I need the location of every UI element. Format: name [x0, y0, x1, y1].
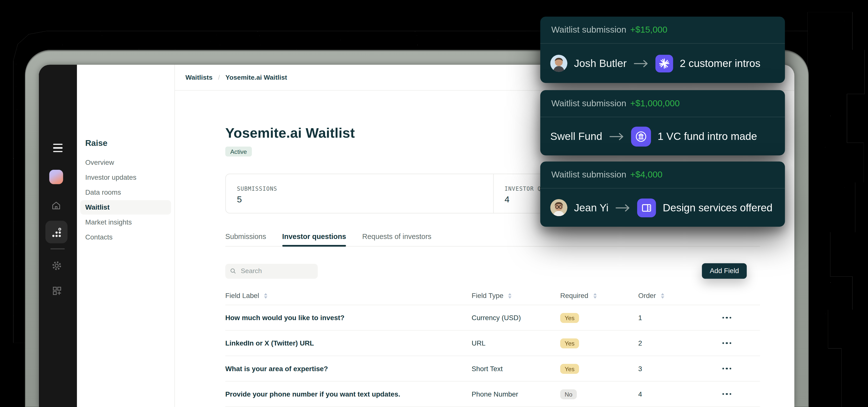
actor-name: Josh Butler	[574, 57, 627, 69]
breadcrumb-separator: /	[218, 73, 220, 81]
column-required: Required	[560, 292, 638, 300]
toast-body: Jean Yi Design services offered	[540, 189, 785, 227]
stat-label: SUBMISSIONS	[237, 186, 493, 192]
table-toolbar: Add Field	[225, 263, 760, 278]
menu-button[interactable]	[53, 144, 63, 152]
sidebar-item-overview[interactable]: Overview	[80, 155, 171, 170]
sort-icon[interactable]	[508, 293, 512, 298]
required-badge: Yes	[560, 339, 579, 348]
tab-bar: Submissions Investor questions Requests …	[225, 232, 760, 247]
toast-body: Josh Butler 2 customer intros	[540, 43, 785, 83]
field-type: URL	[472, 339, 560, 347]
reward-text: 1 VC fund intro made	[657, 130, 757, 142]
tab-submissions[interactable]: Submissions	[225, 232, 266, 246]
breadcrumb-parent[interactable]: Waitlists	[186, 73, 213, 81]
required-badge: No	[560, 389, 577, 399]
field-label: What is your area of expertise?	[225, 365, 472, 372]
sidebar-item-contacts[interactable]: Contacts	[80, 230, 171, 244]
avatar	[550, 55, 567, 72]
table-row: What is your area of expertise? Short Te…	[225, 356, 760, 382]
sidebar-item-investor-updates[interactable]: Investor updates	[80, 170, 171, 185]
raise-module-icon[interactable]	[45, 221, 67, 243]
starburst-icon	[655, 55, 673, 72]
table-row: LinkedIn or X (Twitter) URL URL Yes 2	[225, 331, 760, 356]
search-box[interactable]	[225, 264, 318, 278]
sidebar: Raise Overview Investor updates Data roo…	[77, 65, 175, 407]
sort-icon[interactable]	[661, 293, 664, 298]
marketing-scene: Raise Overview Investor updates Data roo…	[0, 0, 868, 407]
column-label: Order	[638, 292, 656, 300]
row-actions-icon[interactable]	[722, 368, 732, 370]
toast-amount: +$1,000,000	[630, 98, 680, 108]
toast-title: Waitlist submission	[552, 170, 626, 180]
column-field-label: Field Label	[225, 292, 472, 300]
waitlist-toast[interactable]: Waitlist submission +$1,000,000 Swell Fu…	[540, 90, 785, 155]
product-name: Raise	[85, 138, 107, 147]
toast-title: Waitlist submission	[552, 98, 626, 108]
field-type: Short Text	[472, 365, 560, 372]
column-label: Field Label	[225, 292, 259, 300]
sidebar-item-data-rooms[interactable]: Data rooms	[80, 185, 171, 200]
toast-header: Waitlist submission +$4,000	[540, 162, 785, 189]
search-icon	[230, 268, 236, 274]
rail-divider	[50, 248, 65, 249]
app-logo[interactable]	[49, 170, 63, 184]
status-badge: Active	[225, 147, 252, 157]
field-type: Phone Number	[472, 390, 560, 398]
toast-amount: +$4,000	[630, 170, 662, 180]
column-label: Field Type	[472, 292, 504, 300]
bank-icon	[631, 127, 651, 146]
order-value: 1	[638, 314, 705, 321]
sidebar-item-waitlist[interactable]: Waitlist	[80, 200, 171, 214]
arrow-right-icon	[633, 59, 649, 68]
add-field-button[interactable]: Add Field	[702, 263, 747, 278]
toast-header: Waitlist submission +$15,000	[540, 17, 785, 44]
table-header: Field Label Field Type Required Ord	[225, 286, 760, 305]
waitlist-toast[interactable]: Waitlist submission +$4,000	[540, 162, 785, 227]
required-badge: Yes	[560, 364, 579, 374]
table-row: How much would you like to invest? Curre…	[225, 305, 760, 331]
required-badge: Yes	[560, 313, 579, 323]
actor-name: Swell Fund	[550, 130, 602, 142]
add-apps-icon[interactable]	[52, 285, 63, 296]
order-value: 4	[638, 390, 705, 398]
reward-text: 2 customer intros	[680, 57, 761, 69]
sort-icon[interactable]	[264, 293, 267, 298]
fields-table: Field Label Field Type Required Ord	[225, 286, 760, 407]
settings-gear-icon[interactable]	[51, 260, 63, 272]
sidebar-nav: Overview Investor updates Data rooms Wai…	[77, 155, 174, 245]
toast-amount: +$15,000	[630, 25, 667, 35]
sort-icon[interactable]	[593, 293, 596, 298]
stat-submissions: SUBMISSIONS 5	[226, 174, 493, 213]
table-row: Provide your phone number if you want te…	[225, 382, 760, 407]
toast-header: Waitlist submission +$1,000,000	[540, 90, 785, 117]
search-input[interactable]	[240, 267, 303, 276]
row-actions-icon[interactable]	[722, 393, 732, 395]
waitlist-toast[interactable]: Waitlist submission +$15,000 Josh Butler	[540, 17, 785, 83]
stat-value: 5	[237, 195, 493, 205]
arrow-right-icon	[615, 203, 631, 212]
field-type: Currency (USD)	[472, 314, 560, 321]
field-label: LinkedIn or X (Twitter) URL	[225, 339, 472, 347]
arrow-right-icon	[609, 132, 624, 141]
row-actions-icon[interactable]	[722, 342, 732, 344]
toast-title: Waitlist submission	[552, 25, 626, 35]
field-label: How much would you like to invest?	[225, 314, 472, 321]
actor-name: Jean Yi	[574, 202, 609, 214]
column-field-type: Field Type	[472, 292, 560, 300]
toast-body: Swell Fund 1 VC fund intro made	[540, 117, 785, 155]
home-icon[interactable]	[51, 200, 61, 211]
avatar	[550, 199, 567, 216]
column-label: Required	[560, 292, 588, 300]
icon-rail	[39, 65, 77, 407]
tab-investor-questions[interactable]: Investor questions	[282, 232, 346, 246]
reward-text: Design services offered	[663, 202, 773, 214]
row-actions-icon[interactable]	[722, 317, 732, 318]
sidebar-item-market-insights[interactable]: Market insights	[80, 215, 171, 230]
layout-panel-icon	[638, 198, 656, 217]
tab-requests-of-investors[interactable]: Requests of investors	[362, 232, 431, 246]
column-order: Order	[638, 292, 705, 300]
field-label: Provide your phone number if you want te…	[225, 390, 472, 398]
order-value: 3	[638, 365, 705, 372]
order-value: 2	[638, 339, 705, 347]
